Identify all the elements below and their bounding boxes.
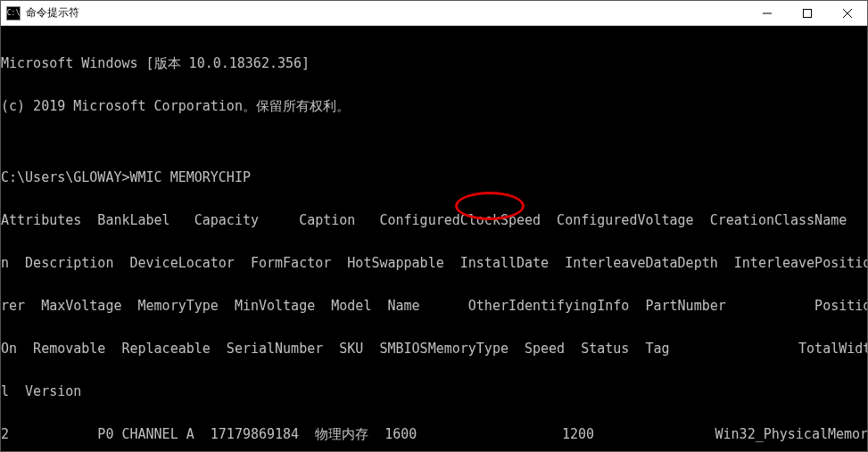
app-icon-label: C:\ bbox=[7, 9, 20, 17]
terminal-line: Attributes BankLabel Capacity Caption Co… bbox=[1, 213, 867, 227]
terminal-line: C:\Users\GLOWAY>WMIC MEMORYCHIP bbox=[1, 170, 867, 185]
titlebar-buttons bbox=[747, 1, 867, 25]
terminal-line: (c) 2019 Microsoft Corporation。保留所有权利。 bbox=[1, 99, 867, 113]
terminal-area[interactable]: Microsoft Windows [版本 10.0.18362.356] (c… bbox=[1, 26, 867, 451]
terminal-line: Microsoft Windows [版本 10.0.18362.356] bbox=[1, 56, 867, 70]
svg-rect-1 bbox=[803, 9, 811, 17]
terminal-line: 2 P0 CHANNEL A 17179869184 物理内存 1600 120… bbox=[1, 427, 867, 441]
close-icon bbox=[843, 9, 852, 18]
window-title: 命令提示符 bbox=[26, 5, 747, 21]
close-button[interactable] bbox=[827, 1, 867, 25]
minimize-icon bbox=[763, 9, 772, 18]
minimize-button[interactable] bbox=[747, 1, 787, 25]
maximize-icon bbox=[803, 9, 812, 18]
terminal-line: n Description DeviceLocator FormFactor H… bbox=[1, 256, 867, 270]
terminal-line: l Version bbox=[1, 384, 867, 399]
terminal-line: rer MaxVoltage MemoryType MinVoltage Mod… bbox=[1, 299, 867, 313]
maximize-button[interactable] bbox=[787, 1, 827, 25]
app-icon: C:\ bbox=[6, 6, 21, 21]
titlebar[interactable]: C:\ 命令提示符 bbox=[1, 1, 867, 26]
command-prompt-window: C:\ 命令提示符 Microsoft Windows [版本 10.0.183… bbox=[0, 0, 868, 452]
terminal-line: On Removable Replaceable SerialNumber SK… bbox=[1, 341, 867, 356]
